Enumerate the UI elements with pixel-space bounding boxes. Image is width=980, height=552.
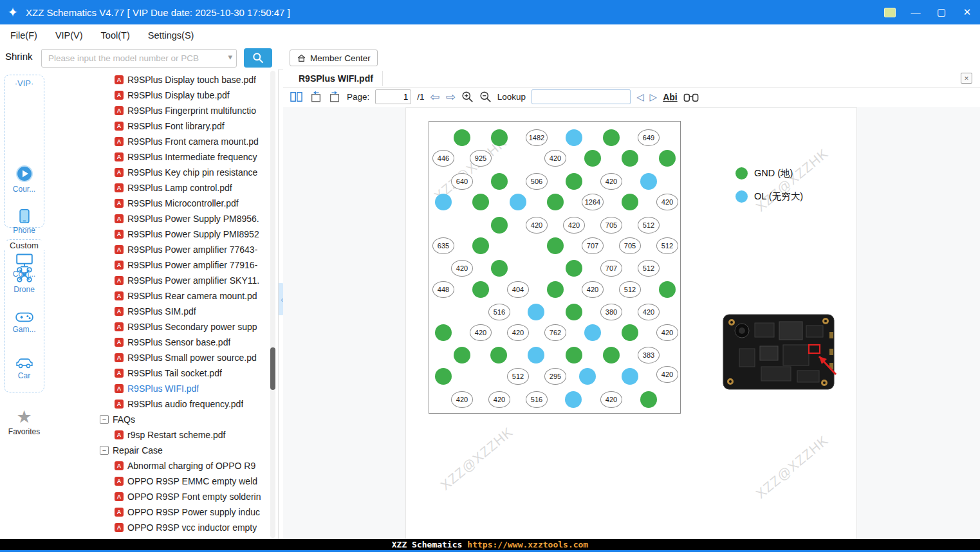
- gnd-dot: [472, 237, 489, 254]
- tree-group[interactable]: −FAQs: [48, 412, 269, 427]
- resistance-diagram: 1482649446925420640506420126442042042070…: [429, 121, 681, 414]
- zoom-in-button[interactable]: [461, 91, 474, 103]
- find-next-button[interactable]: ▷: [650, 91, 658, 103]
- tree-group[interactable]: −Repair Case: [48, 443, 269, 458]
- pdf-file-icon: A: [115, 477, 124, 486]
- sidebar-item-car[interactable]: Car: [0, 356, 48, 380]
- pdf-file-icon: A: [115, 199, 124, 208]
- gnd-dot: [622, 324, 638, 341]
- tree-item[interactable]: AOPPO R9SP vcc inductor empty: [48, 520, 269, 535]
- pdf-file-icon: A: [115, 261, 124, 270]
- sidebar-item-label: Favorites: [0, 427, 48, 436]
- resistance-value: 420: [638, 304, 660, 320]
- minimize-button[interactable]: —: [903, 0, 929, 24]
- zoom-out-button[interactable]: [479, 91, 492, 103]
- collapse-minus-icon[interactable]: −: [100, 415, 109, 424]
- tree-item-label: R9SPlus Front camera mount.pd: [127, 136, 259, 147]
- tree-item[interactable]: AR9SPlus Tail socket.pdf: [48, 365, 269, 381]
- sidebar-item-phone[interactable]: Phone: [0, 208, 48, 235]
- two-page-view-button[interactable]: [290, 91, 304, 103]
- sidebar-item-drone[interactable]: Drone: [0, 266, 48, 294]
- menu-item[interactable]: Settings(S): [148, 30, 194, 41]
- collapse-minus-icon[interactable]: −: [100, 446, 109, 455]
- tree-item[interactable]: AR9SPlus Display touch base.pdf: [48, 72, 269, 87]
- close-button[interactable]: ✕: [954, 0, 980, 24]
- pdf-file-icon: A: [115, 523, 124, 532]
- sidebar-item-course[interactable]: Cour...: [0, 165, 48, 194]
- pdf-content-area[interactable]: 1482649446925420640506420126442042042070…: [283, 107, 980, 539]
- tree-item-label: R9SPlus Key chip pin resistance: [127, 167, 257, 178]
- previous-page-button[interactable]: ⇦: [430, 91, 440, 103]
- tree-item[interactable]: AR9SPlus Small power source.pd: [48, 350, 269, 365]
- tree-item[interactable]: AR9SPlus Front camera mount.pd: [48, 134, 269, 149]
- rotate-left-button[interactable]: [310, 91, 322, 103]
- status-website-link[interactable]: https://www.xzztools.com: [467, 540, 588, 549]
- next-page-button[interactable]: ⇨: [446, 91, 456, 103]
- sidebar-item-game[interactable]: Gam...: [0, 311, 48, 334]
- chevron-down-icon[interactable]: ▾: [228, 52, 232, 62]
- tree-item[interactable]: AR9SPlus Microcontroller.pdf: [48, 196, 269, 211]
- tree-item[interactable]: AR9SPlus Lamp control.pdf: [48, 180, 269, 196]
- pdf-file-icon: A: [115, 492, 124, 501]
- tree-item[interactable]: AR9SPlus Display tube.pdf: [48, 87, 269, 103]
- tree-item-label: R9SPlus Rear camera mount.pd: [127, 291, 257, 301]
- tree-item[interactable]: AR9SPlus Power amplifier 77916-: [48, 257, 269, 273]
- text-select-tool-button[interactable]: Abi: [663, 92, 678, 102]
- maximize-button[interactable]: ▢: [929, 0, 954, 24]
- menu-item[interactable]: Tool(T): [101, 30, 130, 41]
- document-tab[interactable]: R9SPlus WIFI.pdf: [290, 71, 383, 86]
- pdf-file-icon: A: [115, 430, 124, 439]
- tree-item[interactable]: AR9SPlus Fingerprint multifunctio: [48, 103, 269, 118]
- menu-item[interactable]: File(F): [10, 30, 37, 41]
- vip-panel: [4, 75, 44, 228]
- legend-row: OL (无穷大): [735, 190, 803, 203]
- shrink-button[interactable]: Shrink: [5, 51, 33, 62]
- tree-item[interactable]: AR9SPlus Font library.pdf: [48, 118, 269, 134]
- search-button[interactable]: [244, 48, 272, 68]
- tree-item[interactable]: AR9SPlus Power amplifier 77643-: [48, 242, 269, 257]
- pdf-file-icon: A: [115, 353, 124, 362]
- page-number-input[interactable]: [375, 89, 411, 104]
- tree-item[interactable]: AOPPO R9SP Power supply induc: [48, 504, 269, 520]
- drone-icon: [16, 266, 33, 283]
- sidebar-item-favorites[interactable]: ★ Favorites: [0, 409, 48, 436]
- tree-item[interactable]: AR9SPlus Key chip pin resistance: [48, 165, 269, 180]
- tree-item[interactable]: AR9SPlus WIFI.pdf: [48, 381, 269, 396]
- tree-item[interactable]: AR9SPlus Power amplifier SKY11.: [48, 273, 269, 288]
- tree-item[interactable]: AR9SPlus Power Supply PM8956.: [48, 211, 269, 226]
- play-circle-icon: [15, 165, 33, 183]
- close-document-icon[interactable]: ✕: [961, 73, 972, 84]
- find-previous-button[interactable]: ◁: [636, 91, 644, 103]
- pdf-file-icon: A: [115, 508, 124, 517]
- tree-item[interactable]: AR9SPlus Power Supply PMI8952: [48, 226, 269, 242]
- tree-item-label: R9SPlus Display touch base.pdf: [127, 75, 256, 85]
- tree-scrollbar[interactable]: [270, 71, 275, 538]
- resistance-value: 420: [563, 217, 585, 234]
- search-document-button[interactable]: [683, 92, 699, 102]
- rotate-right-button[interactable]: [328, 91, 341, 103]
- menu-item[interactable]: VIP(V): [55, 30, 83, 41]
- tree-item[interactable]: Ar9sp Restart scheme.pdf: [48, 427, 269, 443]
- tree-item[interactable]: AR9SPlus Sensor base.pdf: [48, 335, 269, 350]
- tree-item[interactable]: AR9SPlus Intermediate frequency: [48, 149, 269, 165]
- tree-item[interactable]: AR9SPlus Secondary power supp: [48, 319, 269, 335]
- member-center-button[interactable]: Member Center: [290, 50, 378, 66]
- gnd-dot: [640, 391, 657, 408]
- car-icon: [15, 356, 33, 369]
- tree-item[interactable]: AOPPO R9SP Font empty solderin: [48, 489, 269, 504]
- tree-item[interactable]: AR9SPlus SIM.pdf: [48, 304, 269, 319]
- pdf-file-icon: A: [115, 461, 124, 470]
- resistance-value: 383: [638, 347, 660, 363]
- resistance-value: 420: [526, 217, 548, 234]
- lookup-input[interactable]: [532, 89, 631, 104]
- tree-scrollbar-thumb[interactable]: [270, 347, 275, 390]
- tree-item[interactable]: AR9SPlus audio frequency.pdf: [48, 396, 269, 412]
- ol-dot: [584, 324, 601, 341]
- skin-icon[interactable]: [877, 0, 903, 24]
- tree-item[interactable]: AOPPO R9SP EMMC empty weld: [48, 474, 269, 489]
- gnd-dot: [491, 173, 508, 190]
- model-search-input[interactable]: [47, 50, 223, 67]
- tree-item[interactable]: AAbnormal charging of OPPO R9: [48, 458, 269, 474]
- gnd-dot: [454, 129, 470, 146]
- tree-item[interactable]: AR9SPlus Rear camera mount.pd: [48, 288, 269, 304]
